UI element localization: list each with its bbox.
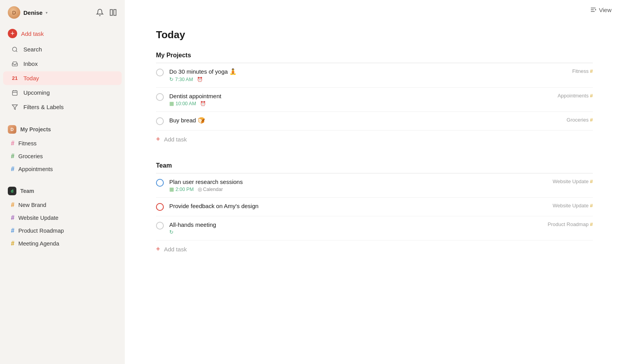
bell-icon [96,9,104,16]
task-name: Dentist appointment [169,93,558,99]
task-checkbox[interactable] [156,117,164,125]
svg-marker-8 [12,105,17,110]
my-projects-label: My Projects [20,126,51,133]
hash-icon: # [11,227,14,234]
my-projects-section-title: My Projects [156,52,593,63]
team-task-section: Team Plan user research sessions ▦ 2:00 … [156,162,593,258]
sidebar-item-filters[interactable]: Filters & Labels [3,100,122,114]
task-meta: ↻ 7:30 AM ⏰ [169,76,572,82]
inbox-icon [11,61,19,67]
task-project: Website Update # [553,178,593,184]
table-row: Plan user research sessions ▦ 2:00 PM ◎ … [156,173,593,198]
sidebar-item-upcoming-label: Upcoming [23,89,50,96]
add-task-team[interactable]: + Add task [156,240,593,258]
add-task-label: Add task [21,30,44,37]
task-meta: ▦ 2:00 PM ◎ Calendar [169,186,553,192]
team-label: Team [20,188,34,194]
project-hash-icon: # [590,93,593,99]
filters-icon [11,104,19,110]
sidebar-item-search[interactable]: Search [3,42,122,56]
layout-icon [109,9,117,16]
table-row: Do 30 minutes of yoga 🧘 ↻ 7:30 AM ⏰ Fitn… [156,63,593,88]
location-icon: ◎ [198,186,202,192]
sidebar-item-fitness[interactable]: # Fitness [3,137,122,150]
task-name: Buy bread 🍞 [169,117,567,124]
task-info: Provide feedback on Amy's design [169,203,553,210]
sidebar: D Denise ▾ + Add task [0,0,125,364]
task-checkbox[interactable] [156,93,164,101]
svg-line-3 [16,51,17,52]
sidebar-item-today[interactable]: 21 Today [3,71,122,85]
task-project: Appointments # [558,93,593,99]
task-checkbox[interactable] [156,179,164,187]
sidebar-item-upcoming[interactable]: Upcoming [3,86,122,99]
sidebar-item-website-update[interactable]: # Website Update [3,212,122,224]
task-time: ▦ 2:00 PM [169,186,194,192]
table-row: All-hands meeting ↻ Product Roadmap # [156,216,593,240]
notifications-button[interactable] [96,9,104,16]
project-hash-icon: # [590,178,593,184]
task-time-value: 7:30 AM [175,77,193,82]
team-section: d Team # New Brand # Website Update # Pr… [0,184,125,250]
svg-point-2 [12,47,17,51]
hash-icon: # [11,214,14,221]
sidebar-header: D Denise ▾ [0,0,125,25]
my-projects-avatar: D [8,125,16,134]
task-location: ◎ Calendar [198,186,223,192]
today-icon: 21 [11,75,19,81]
sidebar-item-product-roadmap[interactable]: # Product Roadmap [3,224,122,237]
layout-button[interactable] [109,9,117,16]
sidebar-item-appointments[interactable]: # Appointments [3,163,122,175]
svg-rect-0 [110,10,113,16]
hash-icon: # [11,166,14,173]
sidebar-item-groceries[interactable]: # Groceries [3,150,122,163]
task-meta: ▦ 10:00 AM ⏰ [169,101,558,106]
page-title: Today [156,29,593,41]
user-profile[interactable]: D Denise ▾ [8,6,48,19]
task-checkbox[interactable] [156,222,164,230]
upcoming-icon [11,90,19,96]
task-name: Do 30 minutes of yoga 🧘 [169,68,572,75]
my-projects-header: D My Projects [0,122,125,137]
task-project: Groceries # [567,117,593,123]
team-section-title: Team [156,162,593,173]
chevron-down-icon: ▾ [46,11,48,15]
project-hash-icon: # [590,203,593,209]
main-header: View [125,0,624,19]
hash-icon: # [11,140,14,147]
add-task-icon: + [8,29,17,38]
sidebar-item-inbox[interactable]: Inbox [3,57,122,71]
svg-rect-1 [114,10,116,16]
hash-icon: # [11,153,14,160]
appointments-label: Appointments [18,166,53,172]
task-time-value: 2:00 PM [176,187,194,192]
project-hash-icon: # [590,68,593,74]
add-task-my-projects[interactable]: + Add task [156,131,593,148]
task-name: Plan user research sessions [169,178,553,185]
add-plus-icon: + [156,135,160,143]
task-info: Plan user research sessions ▦ 2:00 PM ◎ … [169,178,553,192]
user-name: Denise [23,9,43,16]
task-checkbox[interactable] [156,203,164,211]
team-section-header: d Team [0,184,125,198]
project-hash-icon: # [590,117,593,123]
sidebar-item-meeting-agenda[interactable]: # Meeting Agenda [3,237,122,250]
calendar-icon: ▦ [169,101,174,106]
sidebar-item-search-label: Search [23,46,42,53]
alarm-icon: ⏰ [200,101,206,106]
project-hash-icon: # [590,221,593,227]
add-task-inline-label: Add task [164,136,187,143]
view-icon [590,6,597,13]
calendar-icon: ▦ [169,186,174,192]
task-info: Buy bread 🍞 [169,117,567,125]
search-icon [11,46,19,53]
team-avatar: d [8,187,16,195]
task-project: Fitness # [572,68,593,74]
sidebar-item-filters-label: Filters & Labels [23,104,64,110]
view-button[interactable]: View [590,6,612,13]
sidebar-item-new-brand[interactable]: # New Brand [3,199,122,211]
task-time-value: 10:00 AM [176,101,196,106]
avatar: D [8,6,20,19]
task-checkbox[interactable] [156,69,164,76]
add-task-button[interactable]: + Add task [0,25,125,42]
